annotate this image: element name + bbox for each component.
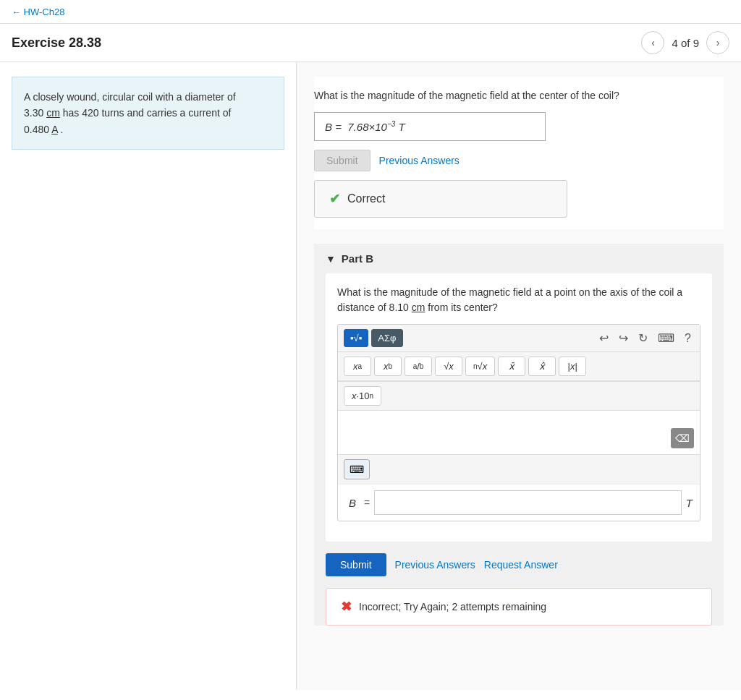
math-btn-xa[interactable]: xa — [344, 357, 371, 376]
math-input-area: ⌫ — [338, 411, 700, 454]
input-row: B = T — [338, 484, 700, 521]
part-a-section: What is the magnitude of the magnetic fi… — [314, 77, 724, 229]
part-a-prev-answers-link[interactable]: Previous Answers — [379, 155, 460, 166]
exercise-title: Exercise 28.38 — [12, 35, 101, 51]
toolbar-sqrt-btn[interactable]: ▪√▪ — [344, 329, 368, 347]
next-nav-button[interactable]: › — [706, 31, 729, 54]
collapse-icon: ▼ — [326, 253, 336, 265]
math-btn-xb[interactable]: xb — [374, 357, 402, 376]
part-a-submit-button[interactable]: Submit — [314, 150, 370, 171]
incorrect-text: Incorrect; Try Again; 2 attempts remaini… — [359, 601, 546, 612]
keyboard-icon-btn[interactable]: ⌨ — [655, 330, 677, 346]
part-b-content: What is the magnitude of the magnetic fi… — [326, 273, 712, 542]
math-btn-sqrt[interactable]: √x — [435, 357, 462, 376]
nav-controls: ‹ 4 of 9 › — [641, 31, 729, 54]
part-b-section: ▼ Part B What is the magnitude of the ma… — [314, 244, 724, 626]
problem-text-line2: 3.30 cm has 420 turns and carries a curr… — [24, 107, 231, 119]
toolbar-sigma-btn[interactable]: ΑΣφ — [371, 329, 402, 347]
toolbar-math-x10n: x·10n — [338, 381, 700, 411]
part-a-question: What is the magnitude of the magnetic fi… — [314, 88, 724, 103]
math-btn-frac[interactable]: a/b — [405, 357, 432, 376]
math-btn-nthroot[interactable]: n√x — [465, 357, 495, 376]
b-label: B — [345, 497, 360, 509]
equals-label: = — [364, 497, 370, 508]
part-b-header-text: Part B — [342, 252, 373, 265]
top-nav: ← HW-Ch28 — [0, 0, 741, 24]
left-panel: A closely wound, circular coil with a di… — [0, 62, 297, 690]
incorrect-x-icon: ✖ — [341, 599, 352, 615]
request-answer-link[interactable]: Request Answer — [484, 559, 558, 571]
incorrect-box: ✖ Incorrect; Try Again; 2 attempts remai… — [326, 588, 712, 626]
nav-count: 4 of 9 — [672, 37, 699, 49]
main-layout: A closely wound, circular coil with a di… — [0, 62, 741, 690]
part-a-answer-box: B = 7.68×10−3 T — [314, 112, 546, 141]
exercise-header: Exercise 28.38 ‹ 4 of 9 › — [0, 24, 741, 62]
math-btn-x10n[interactable]: x·10n — [344, 386, 381, 406]
math-btn-abs[interactable]: |x| — [559, 357, 586, 376]
correct-text: Correct — [347, 192, 385, 205]
problem-text-line1: A closely wound, circular coil with a di… — [24, 91, 236, 103]
correct-check-icon: ✔ — [329, 191, 340, 207]
help-btn[interactable]: ? — [682, 330, 694, 346]
part-b-prev-answers-link[interactable]: Previous Answers — [395, 559, 475, 571]
prev-nav-button[interactable]: ‹ — [641, 31, 664, 54]
toolbar-top: ▪√▪ ΑΣφ ↩ ↪ ↻ ⌨ ? — [338, 325, 700, 352]
right-panel: What is the magnitude of the magnetic fi… — [297, 62, 741, 690]
problem-box: A closely wound, circular coil with a di… — [12, 77, 284, 150]
part-b-header[interactable]: ▼ Part B — [314, 244, 724, 273]
math-toolbar-wrapper: ▪√▪ ΑΣφ ↩ ↪ ↻ ⌨ ? xa xb — [337, 324, 700, 521]
toolbar-math: xa xb a/b √x n√x x̄ x̂ |x| — [338, 352, 700, 381]
math-answer-input[interactable] — [374, 490, 682, 515]
problem-text-line3: 0.480 A . — [24, 124, 64, 135]
undo-btn[interactable]: ↩ — [596, 330, 611, 346]
toolbar-icons: ↩ ↪ ↻ ⌨ ? — [596, 330, 694, 346]
unit-label: T — [686, 497, 693, 509]
math-btn-xbar[interactable]: x̄ — [498, 357, 525, 376]
part-b-question: What is the magnitude of the magnetic fi… — [337, 285, 700, 315]
part-b-submit-button[interactable]: Submit — [326, 553, 386, 576]
redo-btn[interactable]: ↪ — [616, 330, 631, 346]
part-b-footer: Submit Previous Answers Request Answer — [314, 553, 724, 588]
part-a-correct-box: ✔ Correct — [314, 180, 567, 218]
refresh-btn[interactable]: ↻ — [635, 330, 651, 346]
backspace-btn[interactable]: ⌫ — [671, 428, 694, 448]
back-link[interactable]: ← HW-Ch28 — [12, 7, 64, 17]
part-a-answer-prefix: B = 7.68×10−3 T — [325, 120, 405, 133]
math-btn-xhat[interactable]: x̂ — [528, 357, 556, 376]
keyboard-toggle-btn[interactable]: ⌨ — [344, 459, 370, 479]
keyboard-toggle-row: ⌨ — [338, 454, 700, 484]
part-a-submit-row: Submit Previous Answers — [314, 150, 724, 171]
